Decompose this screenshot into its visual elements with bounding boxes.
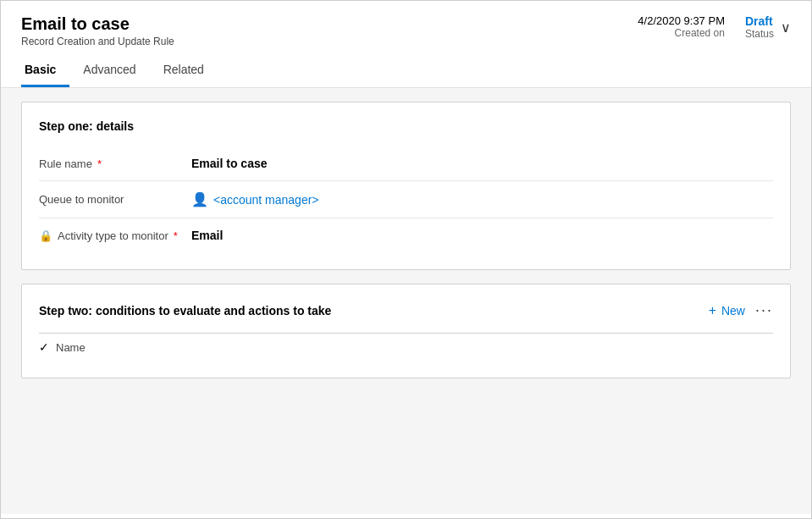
created-date: 4/2/2020 9:37 PM	[638, 14, 725, 27]
queue-icon: 👤	[191, 191, 208, 207]
rule-name-value[interactable]: Email to case	[191, 157, 773, 170]
new-button-label[interactable]: New	[721, 304, 745, 317]
tab-advanced[interactable]: Advanced	[69, 54, 149, 87]
plus-icon: +	[709, 303, 716, 318]
checkmark-icon: ✓	[39, 340, 49, 354]
status-label: Status	[745, 28, 774, 40]
status-section: Draft Status ∨	[745, 14, 791, 40]
activity-type-label-text: Activity type to monitor	[58, 229, 168, 242]
tab-basic[interactable]: Basic	[21, 54, 69, 87]
created-on-label: Created on	[638, 27, 725, 39]
activity-type-required: *	[174, 229, 178, 242]
tab-bar: Basic Advanced Related	[21, 54, 791, 87]
column-name-header: Name	[56, 341, 86, 354]
table-header-row: ✓ Name	[39, 333, 773, 361]
status-value: Draft	[745, 14, 774, 28]
queue-to-monitor-label-text: Queue to monitor	[39, 193, 124, 206]
step-two-card: Step two: conditions to evaluate and act…	[21, 284, 791, 378]
step-two-title: Step two: conditions to evaluate and act…	[39, 304, 331, 317]
header-left: Email to case Record Creation and Update…	[21, 14, 174, 47]
record-type-label: Record Creation and Update Rule	[21, 36, 174, 47]
step-one-title: Step one: details	[39, 119, 773, 133]
page-header: Email to case Record Creation and Update…	[1, 1, 811, 88]
status-block: Draft Status	[745, 14, 774, 40]
more-options-icon[interactable]: ···	[755, 301, 773, 319]
queue-to-monitor-field-row: Queue to monitor 👤 <account manager>	[39, 181, 773, 218]
step-one-card: Step one: details Rule name * Email to c…	[21, 102, 791, 270]
activity-type-value[interactable]: Email	[191, 229, 773, 242]
step-two-header: Step two: conditions to evaluate and act…	[39, 301, 773, 319]
activity-type-field-row: 🔒 Activity type to monitor * Email	[39, 218, 773, 252]
rule-name-required: *	[97, 157, 102, 170]
tab-related[interactable]: Related	[150, 54, 218, 87]
queue-to-monitor-value[interactable]: 👤 <account manager>	[191, 191, 773, 207]
header-right: 4/2/2020 9:37 PM Created on Draft Status…	[638, 14, 791, 40]
rule-name-label-text: Rule name	[39, 157, 92, 170]
step-two-actions: + New ···	[709, 301, 773, 319]
header-meta: 4/2/2020 9:37 PM Created on	[638, 14, 725, 39]
queue-to-monitor-label: Queue to monitor	[39, 193, 191, 206]
queue-link-text[interactable]: <account manager>	[213, 193, 319, 207]
activity-type-label: 🔒 Activity type to monitor *	[39, 229, 191, 242]
chevron-down-icon[interactable]: ∨	[781, 19, 791, 36]
rule-name-field-row: Rule name * Email to case	[39, 146, 773, 181]
main-content: Step one: details Rule name * Email to c…	[1, 88, 811, 514]
rule-name-label: Rule name *	[39, 157, 191, 170]
page-title: Email to case	[21, 14, 174, 34]
lock-icon: 🔒	[39, 229, 52, 242]
new-button[interactable]: + New	[709, 303, 745, 318]
